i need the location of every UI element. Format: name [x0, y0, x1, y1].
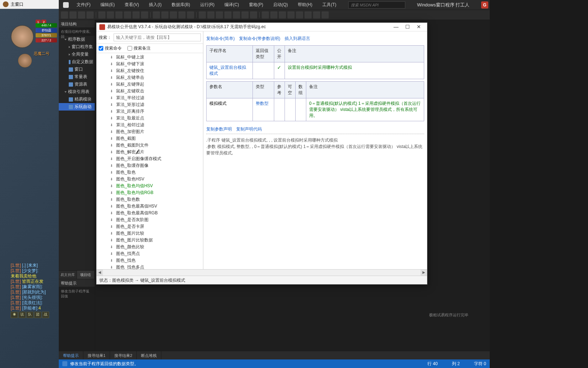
toolbar-btn-0[interactable] — [61, 11, 68, 19]
tab-project-struct[interactable]: 项目结 — [77, 271, 95, 279]
function-item[interactable]: 图色_截图 — [97, 135, 203, 142]
toolbar-btn-13[interactable] — [178, 11, 186, 19]
toolbar-btn-21[interactable] — [250, 11, 257, 19]
toolbar-btn-18[interactable] — [224, 11, 231, 19]
check-search-note[interactable]: 搜索备注 — [128, 45, 151, 51]
toolbar-btn-20[interactable] — [241, 11, 249, 19]
tree-item-1[interactable]: 窗口程序集 — [59, 43, 95, 51]
toolbar-btn-9[interactable] — [141, 11, 148, 19]
link-copy-params[interactable]: 复制命令(带参数说明) — [239, 36, 280, 42]
function-item[interactable]: 图色_是否卡屏 — [97, 223, 203, 230]
toolbar-btn-29[interactable] — [322, 11, 329, 19]
function-item[interactable]: 图色_取色最高值HSV — [97, 203, 203, 210]
toolbar-btn-5[interactable] — [107, 11, 114, 19]
function-item[interactable]: 图色_取色均值HSV — [97, 183, 203, 189]
toolbar-btn-6[interactable] — [115, 11, 123, 19]
hscroll-right[interactable]: ▶ — [421, 270, 427, 276]
target-avatar[interactable] — [18, 53, 32, 68]
bottom-tab-1[interactable]: 搜寻结果1 — [83, 351, 110, 359]
tree-item-6[interactable]: 资源表 — [59, 81, 95, 88]
toolbar-btn-24[interactable] — [279, 11, 286, 19]
function-item[interactable]: 图色_取色HSV — [97, 176, 203, 183]
function-item[interactable]: 图色_取色均值RGB — [97, 189, 203, 196]
tree-item-5[interactable]: 常量表 — [59, 73, 95, 81]
link-copy-decl-code[interactable]: 复制声明代码 — [236, 126, 262, 132]
toolbar-btn-27[interactable] — [305, 11, 312, 19]
toolbar-btn-15[interactable] — [199, 11, 206, 19]
function-item[interactable]: 算法_取最近点 — [97, 115, 203, 122]
menu-8[interactable]: 启动(Q) — [268, 2, 293, 8]
check-search-note-box[interactable] — [128, 46, 132, 51]
tree-item-0[interactable]: 程序数据 — [59, 36, 95, 43]
player-avatar[interactable] — [11, 25, 34, 48]
hscroll-track[interactable] — [103, 270, 421, 276]
menu-9[interactable]: 帮助(H) — [293, 2, 317, 8]
check-search-command[interactable]: 搜索命令 — [99, 45, 122, 51]
function-item[interactable]: 图色_解密图片 — [97, 149, 203, 155]
function-item[interactable]: 鼠标_左键弹起 — [97, 81, 203, 88]
function-item[interactable]: 算法_相邻过滤 — [97, 122, 203, 128]
chat-btn-1[interactable]: 说 — [19, 312, 26, 318]
function-item[interactable]: 鼠标_左键单击 — [97, 74, 203, 81]
function-item[interactable]: 图色_取色 — [97, 169, 203, 176]
function-item[interactable]: 图色_找色多点 — [97, 264, 203, 269]
project-search-input[interactable]: 在项目结构中搜索,回 — [59, 28, 95, 36]
function-item[interactable]: 鼠标_左键双击 — [97, 88, 203, 94]
bottom-tab-3[interactable]: 断点堆栈 — [137, 351, 161, 359]
toolbar-btn-4[interactable] — [98, 11, 105, 19]
menu-4[interactable]: 数据库(B) — [167, 2, 195, 8]
chat-btn-2[interactable]: 队 — [26, 312, 33, 318]
function-item[interactable]: 图色_截图到文件 — [97, 142, 203, 149]
menu-6[interactable]: 编译(C) — [219, 2, 244, 8]
dialog-hscrollbar[interactable]: ◀ ▶ — [97, 269, 427, 276]
toolbar-btn-12[interactable] — [170, 11, 177, 19]
function-item[interactable]: 算法_半径过滤 — [97, 94, 203, 101]
toolbar-btn-3[interactable] — [87, 11, 94, 19]
function-item[interactable]: 图色_开启图像缓存模式 — [97, 155, 203, 162]
menu-5[interactable]: 运行(R) — [195, 2, 220, 8]
toolbar-btn-17[interactable] — [216, 11, 223, 19]
tab-support-lib[interactable]: 易支持库 — [59, 271, 77, 279]
tree-item-3[interactable]: 自定义数据 — [59, 58, 95, 66]
dialog-close-button[interactable]: ✕ — [413, 24, 424, 31]
bottom-tab-0[interactable]: 帮助提示 — [59, 351, 83, 359]
function-item[interactable]: 图色_图片比较 — [97, 230, 203, 237]
tree-item-9[interactable]: 乐玩自动 — [59, 103, 95, 111]
chat-btn-0[interactable]: ◉ — [11, 312, 18, 318]
toolbar-btn-14[interactable] — [187, 11, 194, 19]
toolbar-btn-7[interactable] — [124, 11, 131, 19]
menu-1[interactable]: 编辑(E) — [95, 2, 120, 8]
function-item[interactable]: 图色_颜色比较 — [97, 244, 203, 250]
toolbar-btn-1[interactable] — [69, 11, 77, 19]
menu-3[interactable]: 插入(I) — [144, 2, 166, 8]
toolbar-btn-8[interactable] — [132, 11, 140, 19]
function-item[interactable]: 图色_取缓存图像 — [97, 162, 203, 169]
function-item[interactable]: 图色_找亮点 — [97, 250, 203, 257]
toolbar-btn-28[interactable] — [313, 11, 320, 19]
function-item[interactable]: 图色_取色数 — [97, 196, 203, 203]
function-item[interactable]: 图色_图片比较数据 — [97, 237, 203, 244]
menu-2[interactable]: 查看(V) — [120, 2, 144, 8]
dialog-minimize-button[interactable]: — — [391, 24, 401, 31]
menu-0[interactable]: 文件(F) — [72, 2, 95, 8]
toolbar-btn-10[interactable] — [153, 11, 160, 19]
function-item[interactable]: 图色_是否灰阶图 — [97, 216, 203, 223]
function-item[interactable]: 算法_矩形过滤 — [97, 101, 203, 108]
function-item[interactable]: 鼠标_中键下滚 — [97, 61, 203, 67]
function-list[interactable]: 鼠标_中键上滚鼠标_中键下滚鼠标_左键按住鼠标_左键单击鼠标_左键弹起鼠标_左键… — [97, 53, 203, 269]
msdn-search-input[interactable] — [348, 1, 405, 9]
tree-item-2[interactable]: 全局变量 — [59, 51, 95, 58]
function-item[interactable]: 图色_取色最高值RGB — [97, 210, 203, 216]
bottom-tab-2[interactable]: 搜寻结果2 — [110, 351, 137, 359]
function-item[interactable]: 鼠标_中键上滚 — [97, 54, 203, 61]
link-insert[interactable]: 插入到易语言 — [285, 36, 310, 42]
function-item[interactable]: 算法_距离排序 — [97, 108, 203, 115]
check-search-command-box[interactable] — [99, 46, 103, 51]
link-copy-simple[interactable]: 复制命令(简单) — [206, 36, 235, 42]
chat-btn-3[interactable]: 团 — [34, 312, 41, 318]
tree-item-7[interactable]: 模块引用表 — [59, 88, 95, 96]
menu-10[interactable]: 工具(T) — [317, 2, 341, 8]
toolbar-btn-22[interactable] — [262, 11, 269, 19]
menu-7[interactable]: 窗格(P) — [244, 2, 268, 8]
toolbar-btn-16[interactable] — [207, 11, 214, 19]
